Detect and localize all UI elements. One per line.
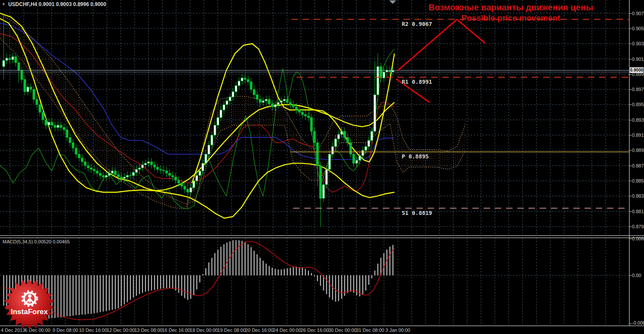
price-axis-label: 0.9035: [632, 41, 644, 46]
macd-axis-label: -0.00816: [632, 320, 644, 325]
price-axis-label: 0.8815: [632, 209, 644, 214]
date-axis-label: 31 Dec 08:00: [356, 328, 384, 333]
date-axis-label: 13 Dec 08:00: [134, 328, 163, 333]
price-axis-label: 0.8835: [632, 193, 644, 199]
date-axis-label: 16 Dec 16:00: [162, 328, 190, 333]
chart-window: { "window": { "title": "USDCHF,H4 0.9001…: [0, 0, 644, 334]
date-axis-label: 18 Dec 00:00: [190, 328, 218, 333]
axis-tick: [629, 211, 631, 212]
instaforex-watermark: InstaForex: [3, 278, 56, 332]
price-axis-label: 0.8995: [632, 72, 644, 77]
date-axis-label: 12 Dec 00:00: [106, 328, 134, 333]
macd-axis-label: 0.00: [632, 273, 641, 278]
axis-tick: [629, 323, 631, 324]
pivot-level-label: R1 0.8991: [402, 79, 432, 85]
axis-tick: [629, 13, 631, 14]
pivot-level-label: R2 0.9067: [402, 21, 432, 27]
price-axis-label: 0.8855: [632, 178, 644, 183]
price-axis-label: 0.8895: [632, 148, 644, 153]
macd-indicator-label: MACD(5,34,5) 0.00520 0.00465: [3, 239, 70, 244]
price-axis-label: 0.8975: [632, 87, 644, 92]
date-axis-label: 30 Dec 00:00: [328, 328, 356, 333]
price-axis-label: 0.9055: [632, 26, 644, 31]
price-axis-label: 0.8795: [632, 224, 644, 229]
axis-tick: [629, 28, 631, 29]
pivot-level-label: S1 0.8819: [402, 210, 432, 216]
axis-tick: [629, 150, 631, 151]
date-axis-label: 9 Dec 08:00: [53, 328, 78, 333]
macd-axis-label: 0.00627: [632, 236, 644, 241]
date-axis-label: 24 Dec 00:00: [273, 328, 301, 333]
axis-tick: [629, 135, 631, 135]
axis-tick: [629, 196, 631, 196]
pivot-level-label: P 0.8895: [402, 153, 429, 160]
axis-tick: [629, 239, 631, 239]
date-axis-label: 10 Dec 16:00: [79, 328, 107, 333]
instaforex-brand-text: InstaForex: [11, 308, 48, 316]
date-axis-label: 3 Jan 00:00: [385, 328, 410, 333]
price-axis-label: 0.8915: [632, 132, 644, 138]
symbol-dropdown-icon[interactable]: ▼: [2, 2, 6, 6]
price-axis-label: 0.9015: [632, 57, 644, 62]
price-axis-label: 0.9075: [632, 11, 644, 16]
axis-tick: [629, 74, 631, 75]
symbol-title: USDCHF,H4 0.9001 0.9003 0.8996 0.9000: [8, 1, 106, 7]
date-axis-label: 19 Dec 08:00: [218, 328, 246, 333]
chart-canvas: [0, 0, 644, 334]
axis-tick: [629, 89, 631, 90]
axis-tick: [629, 181, 631, 181]
axis-tick: [629, 59, 631, 60]
axis-tick: [629, 166, 631, 166]
price-axis-label: 0.8875: [632, 163, 644, 168]
symbol-title-bar[interactable]: ▼ USDCHF,H4 0.9001 0.9003 0.8996 0.9000: [2, 1, 106, 7]
date-axis-label: 26 Dec 16:00: [300, 328, 328, 333]
price-axis-label: 0.8935: [632, 117, 644, 123]
axis-tick: [629, 227, 631, 227]
axis-tick: [629, 104, 631, 105]
date-axis-label: 20 Dec 16:00: [245, 328, 273, 333]
price-axis-label: 0.8955: [632, 102, 644, 107]
axis-tick: [629, 275, 631, 276]
axis-tick: [629, 120, 631, 120]
axis-tick: [629, 44, 631, 44]
annotation-ru: Возможные варианты движения цены: [390, 3, 631, 13]
